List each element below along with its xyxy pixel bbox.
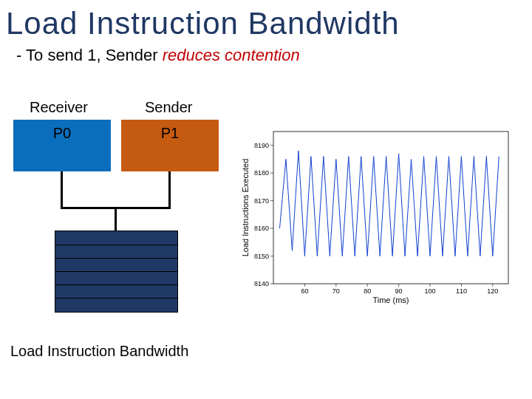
sender-box: P1 — [121, 120, 219, 171]
svg-rect-0 — [273, 132, 508, 284]
svg-text:60: 60 — [301, 287, 308, 295]
connector-right-vert — [168, 171, 171, 208]
svg-text:Load Instructions Executed: Load Instructions Executed — [241, 159, 250, 257]
load-chart: 6070809010011012081408150816081708180819… — [238, 124, 517, 306]
svg-text:80: 80 — [364, 287, 371, 295]
bullet-highlight: reduces contention — [163, 46, 300, 64]
svg-text:8160: 8160 — [254, 225, 269, 232]
p1-label: P1 — [122, 125, 218, 142]
svg-text:8180: 8180 — [254, 169, 269, 177]
svg-text:110: 110 — [456, 287, 467, 295]
svg-text:8140: 8140 — [254, 280, 269, 287]
connector-mid-vert — [115, 207, 117, 231]
receiver-box: P0 — [13, 120, 111, 171]
slide-title: Load Instruction Bandwidth — [6, 6, 532, 41]
svg-text:Time (ms): Time (ms) — [372, 296, 409, 304]
svg-text:90: 90 — [395, 287, 403, 295]
bullet-prefix: - To send 1, Sender — [16, 46, 163, 64]
diagram-caption: Load Instruction Bandwidth — [10, 343, 188, 360]
connector-left-vert — [61, 171, 63, 208]
p0-label: P0 — [14, 125, 110, 142]
svg-text:8150: 8150 — [254, 253, 269, 260]
diagram-stage: Receiver Sender P0 P1 Load Instruction B… — [0, 65, 532, 390]
svg-text:70: 70 — [332, 287, 340, 295]
shared-resource-stack — [55, 231, 178, 313]
svg-text:100: 100 — [424, 287, 435, 295]
svg-text:120: 120 — [487, 287, 498, 295]
svg-text:8170: 8170 — [254, 197, 269, 205]
sender-label: Sender — [145, 99, 193, 116]
bullet-line: - To send 1, Sender reduces contention — [16, 46, 532, 65]
svg-text:8190: 8190 — [254, 142, 269, 149]
receiver-label: Receiver — [30, 99, 88, 116]
